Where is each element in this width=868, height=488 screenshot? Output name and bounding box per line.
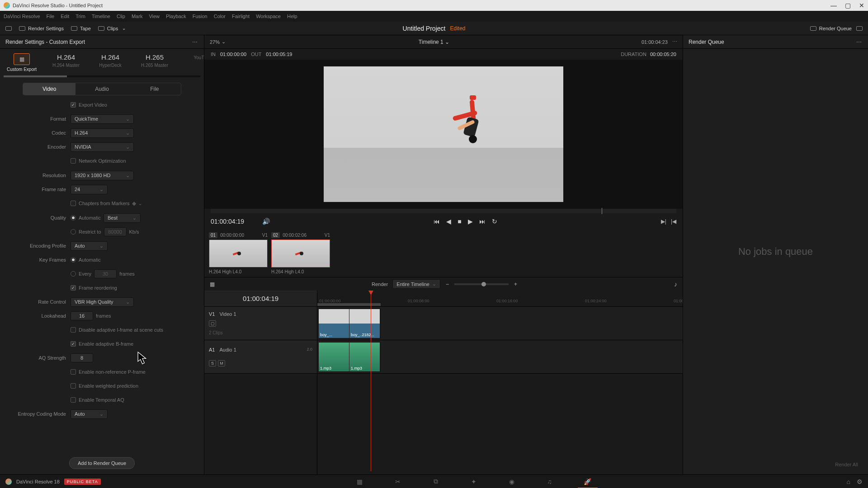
menu-workspace[interactable]: Workspace <box>256 14 281 19</box>
export-video-checkbox[interactable] <box>71 102 76 108</box>
preset-h265[interactable]: H.265H.265 Master <box>137 53 173 72</box>
video-track-header[interactable]: V1Video 1 ▢ 2 Clips <box>204 307 317 340</box>
enable-bframe-checkbox[interactable] <box>71 341 76 347</box>
nonref-p-checkbox[interactable] <box>71 369 76 375</box>
queue-menu-icon[interactable]: ⋯ <box>856 39 863 45</box>
menu-clip[interactable]: Clip <box>117 14 125 19</box>
timeline-ruler[interactable]: 01:00:00:00 01:00:08:00 01:00:16:00 01:0… <box>317 291 683 307</box>
reorder-checkbox[interactable] <box>71 285 76 291</box>
zoom-dropdown[interactable]: 27%⌄ <box>210 39 226 45</box>
netopt-checkbox[interactable] <box>71 158 76 164</box>
render-queue-button[interactable]: Render Queue <box>810 26 852 31</box>
preset-scrollbar[interactable] <box>4 75 200 77</box>
ratecontrol-select[interactable]: VBR High Quality <box>71 297 134 307</box>
first-frame-button[interactable]: ⏮ <box>434 218 440 225</box>
prev-clip-button[interactable]: |◀ <box>671 218 676 225</box>
menu-help[interactable]: Help <box>287 14 297 19</box>
mute-button[interactable]: M <box>218 360 225 366</box>
temporal-aq-checkbox[interactable] <box>71 397 76 403</box>
fusion-page-icon[interactable]: ✦ <box>468 478 479 486</box>
preset-custom[interactable]: ▦Custom Export <box>4 53 40 72</box>
menu-fusion[interactable]: Fusion <box>193 14 208 19</box>
tab-audio[interactable]: Audio <box>75 83 128 95</box>
zoom-out-button[interactable]: − <box>446 281 449 287</box>
maximize-button[interactable]: ▢ <box>845 2 851 9</box>
codec-select[interactable]: H.264 <box>71 128 134 138</box>
color-page-icon[interactable]: ◉ <box>506 478 517 486</box>
fairlight-page-icon[interactable]: ♫ <box>544 478 555 486</box>
audio-track-lane[interactable]: 1.mp3 1.mp3 <box>317 340 683 374</box>
render-all-button[interactable]: Render All <box>689 460 863 469</box>
aq-input[interactable]: 8 <box>71 353 93 362</box>
format-select[interactable]: QuickTime <box>71 114 134 124</box>
resolution-select[interactable]: 868 x 488 HD <box>71 171 134 180</box>
clip-card-1[interactable]: 0100:00:00:00V1 H.264 High L4.0 <box>209 232 268 274</box>
tape-button[interactable]: Tape <box>71 26 91 31</box>
disable-iframe-checkbox[interactable] <box>71 327 76 333</box>
settings-gear-icon[interactable]: ⚙ <box>857 478 863 485</box>
track-display-icon[interactable]: ▢ <box>209 320 216 327</box>
preset-h264-master[interactable]: H.264H.264 Master <box>48 53 84 72</box>
menu-davinci[interactable]: DaVinci Resolve <box>4 14 40 19</box>
add-to-queue-button[interactable]: Add to Render Queue <box>69 457 135 469</box>
quality-restrict-radio[interactable] <box>71 229 76 235</box>
loop-button[interactable]: ↻ <box>492 218 497 225</box>
menu-trim[interactable]: Trim <box>75 14 85 19</box>
clips-button[interactable]: Clips <box>98 26 126 31</box>
last-frame-button[interactable]: ⏭ <box>479 218 486 225</box>
music-icon[interactable]: ♪ <box>674 281 677 288</box>
menu-playback[interactable]: Playback <box>166 14 186 19</box>
deliver-page-icon[interactable]: 🚀 <box>582 478 593 486</box>
chapters-checkbox[interactable] <box>71 201 76 206</box>
zoom-in-button[interactable]: + <box>514 281 517 287</box>
timeline-name-dropdown[interactable]: Timeline 1 ⌄ <box>419 39 449 45</box>
play-button[interactable]: ▶ <box>468 218 473 225</box>
tab-file[interactable]: File <box>128 83 181 95</box>
solo-button[interactable]: S <box>209 360 216 366</box>
menu-timeline[interactable]: Timeline <box>92 14 110 19</box>
lookahead-input[interactable]: 16 <box>71 311 93 320</box>
zoom-slider[interactable] <box>454 283 509 285</box>
speaker-icon[interactable]: 🔊 <box>262 218 270 225</box>
prev-frame-button[interactable]: ◀ <box>446 218 451 225</box>
playhead[interactable] <box>371 291 371 471</box>
weighted-pred-checkbox[interactable] <box>71 383 76 389</box>
quality-select[interactable]: Best <box>104 213 141 223</box>
media-page-icon[interactable]: ▦ <box>354 478 365 486</box>
quality-auto-radio[interactable] <box>71 215 76 221</box>
thumbnail-view-icon[interactable]: ▦ <box>210 281 215 287</box>
video-viewer[interactable] <box>204 60 683 209</box>
render-settings-button[interactable]: Render Settings <box>19 26 64 31</box>
monitor-button[interactable] <box>5 26 12 31</box>
stop-button[interactable]: ■ <box>458 218 461 225</box>
clip-card-2[interactable]: 0200:00:02:06V1 H.264 High L4.0 <box>271 232 330 274</box>
keyframe-every-radio[interactable] <box>71 271 76 277</box>
cut-page-icon[interactable]: ✂ <box>392 478 403 486</box>
next-clip-button[interactable]: ▶| <box>661 218 666 225</box>
render-scope-select[interactable]: Entire Timeline <box>392 279 440 289</box>
menu-fairlight[interactable]: Fairlight <box>232 14 250 19</box>
edit-page-icon[interactable]: ⧉ <box>430 478 441 486</box>
encprofile-select[interactable]: Auto <box>71 241 108 251</box>
framerate-select[interactable]: 24 <box>71 185 108 194</box>
scrub-bar[interactable] <box>211 209 676 213</box>
tab-video[interactable]: Video <box>23 83 75 95</box>
close-button[interactable]: ✕ <box>859 2 864 9</box>
encoder-select[interactable]: NVIDIA <box>71 142 134 152</box>
restrict-input[interactable]: 80000 <box>104 227 127 236</box>
minimize-button[interactable]: — <box>830 2 837 9</box>
menu-color[interactable]: Color <box>214 14 226 19</box>
preset-hyperdeck[interactable]: H.264HyperDeck <box>92 53 128 72</box>
keyframe-auto-radio[interactable] <box>71 257 76 263</box>
menu-edit[interactable]: Edit <box>61 14 69 19</box>
panel-menu-icon[interactable]: ⋯ <box>192 39 198 45</box>
every-input[interactable]: 30 <box>94 269 117 278</box>
video-track-lane[interactable]: boy_... boy_..2182... <box>317 307 683 340</box>
expand-button[interactable] <box>856 26 863 31</box>
home-icon[interactable]: ⌂ <box>847 478 850 485</box>
audio-track-header[interactable]: A1Audio 12.0 SM <box>204 340 317 374</box>
menu-file[interactable]: File <box>47 14 55 19</box>
entropy-select[interactable]: Auto <box>71 409 108 419</box>
viewer-menu-icon[interactable]: ⋯ <box>672 39 677 45</box>
menu-mark[interactable]: Mark <box>132 14 142 19</box>
